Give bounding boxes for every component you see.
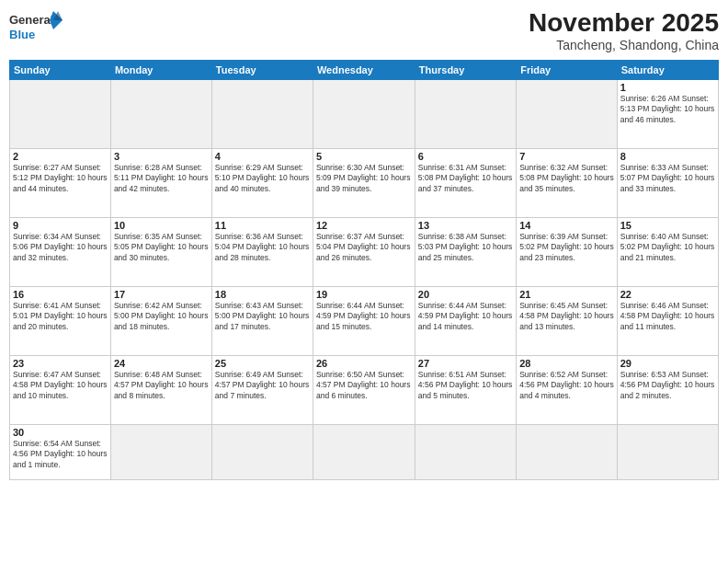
- table-row: [110, 79, 211, 148]
- title-block: November 2025 Tancheng, Shandong, China: [529, 9, 719, 52]
- table-row: [517, 424, 618, 479]
- day-number: 21: [519, 289, 614, 300]
- day-number: 14: [519, 220, 614, 231]
- table-row: 23Sunrise: 6:47 AM Sunset: 4:58 PM Dayli…: [10, 355, 111, 424]
- day-number: 26: [316, 358, 412, 369]
- col-wednesday: Wednesday: [313, 60, 415, 79]
- day-number: 25: [215, 358, 310, 369]
- day-number: 18: [215, 289, 310, 300]
- col-tuesday: Tuesday: [211, 60, 313, 79]
- day-info: Sunrise: 6:45 AM Sunset: 4:58 PM Dayligh…: [519, 301, 614, 332]
- table-row: 18Sunrise: 6:43 AM Sunset: 5:00 PM Dayli…: [211, 286, 313, 355]
- day-info: Sunrise: 6:34 AM Sunset: 5:06 PM Dayligh…: [13, 232, 108, 263]
- table-row: 27Sunrise: 6:51 AM Sunset: 4:56 PM Dayli…: [415, 355, 516, 424]
- table-row: [313, 424, 415, 479]
- table-row: 21Sunrise: 6:45 AM Sunset: 4:58 PM Dayli…: [517, 286, 618, 355]
- day-info: Sunrise: 6:29 AM Sunset: 5:10 PM Dayligh…: [215, 163, 310, 194]
- generalblue-logo-icon: General Blue: [9, 9, 64, 46]
- table-row: 12Sunrise: 6:37 AM Sunset: 5:04 PM Dayli…: [313, 217, 415, 286]
- table-row: [211, 424, 313, 479]
- col-friday: Friday: [517, 60, 618, 79]
- day-info: Sunrise: 6:27 AM Sunset: 5:12 PM Dayligh…: [13, 163, 108, 194]
- table-row: 1Sunrise: 6:26 AM Sunset: 5:13 PM Daylig…: [617, 79, 718, 148]
- table-row: 10Sunrise: 6:35 AM Sunset: 5:05 PM Dayli…: [110, 217, 211, 286]
- svg-text:Blue: Blue: [9, 28, 35, 41]
- table-row: 15Sunrise: 6:40 AM Sunset: 5:02 PM Dayli…: [617, 217, 718, 286]
- day-number: 7: [519, 151, 614, 162]
- table-row: 17Sunrise: 6:42 AM Sunset: 5:00 PM Dayli…: [110, 286, 211, 355]
- table-row: 7Sunrise: 6:32 AM Sunset: 5:08 PM Daylig…: [517, 148, 618, 217]
- day-info: Sunrise: 6:26 AM Sunset: 5:13 PM Dayligh…: [620, 94, 715, 125]
- month-year-title: November 2025: [529, 9, 719, 38]
- day-info: Sunrise: 6:47 AM Sunset: 4:58 PM Dayligh…: [13, 370, 108, 401]
- day-info: Sunrise: 6:48 AM Sunset: 4:57 PM Dayligh…: [114, 370, 209, 401]
- day-info: Sunrise: 6:41 AM Sunset: 5:01 PM Dayligh…: [13, 301, 108, 332]
- calendar-header-row: Sunday Monday Tuesday Wednesday Thursday…: [10, 60, 719, 79]
- logo: General Blue: [9, 9, 64, 46]
- day-info: Sunrise: 6:37 AM Sunset: 5:04 PM Dayligh…: [316, 232, 412, 263]
- table-row: [617, 424, 718, 479]
- table-row: [10, 79, 111, 148]
- day-info: Sunrise: 6:36 AM Sunset: 5:04 PM Dayligh…: [215, 232, 310, 263]
- table-row: 19Sunrise: 6:44 AM Sunset: 4:59 PM Dayli…: [313, 286, 415, 355]
- day-number: 16: [13, 289, 108, 300]
- day-info: Sunrise: 6:33 AM Sunset: 5:07 PM Dayligh…: [620, 163, 715, 194]
- table-row: 20Sunrise: 6:44 AM Sunset: 4:59 PM Dayli…: [415, 286, 516, 355]
- day-info: Sunrise: 6:44 AM Sunset: 4:59 PM Dayligh…: [418, 301, 513, 332]
- day-info: Sunrise: 6:49 AM Sunset: 4:57 PM Dayligh…: [215, 370, 310, 401]
- table-row: [517, 79, 618, 148]
- day-info: Sunrise: 6:32 AM Sunset: 5:08 PM Dayligh…: [519, 163, 614, 194]
- table-row: [415, 79, 516, 148]
- col-monday: Monday: [110, 60, 211, 79]
- col-thursday: Thursday: [415, 60, 516, 79]
- day-number: 23: [13, 358, 108, 369]
- table-row: 13Sunrise: 6:38 AM Sunset: 5:03 PM Dayli…: [415, 217, 516, 286]
- day-info: Sunrise: 6:39 AM Sunset: 5:02 PM Dayligh…: [519, 232, 614, 263]
- table-row: [110, 424, 211, 479]
- day-info: Sunrise: 6:46 AM Sunset: 4:58 PM Dayligh…: [620, 301, 715, 332]
- day-info: Sunrise: 6:42 AM Sunset: 5:00 PM Dayligh…: [114, 301, 209, 332]
- day-number: 12: [316, 220, 412, 231]
- table-row: 24Sunrise: 6:48 AM Sunset: 4:57 PM Dayli…: [110, 355, 211, 424]
- table-row: 26Sunrise: 6:50 AM Sunset: 4:57 PM Dayli…: [313, 355, 415, 424]
- day-number: 11: [215, 220, 310, 231]
- table-row: [415, 424, 516, 479]
- table-row: 2Sunrise: 6:27 AM Sunset: 5:12 PM Daylig…: [10, 148, 111, 217]
- header: General Blue November 2025 Tancheng, Sha…: [9, 9, 719, 52]
- table-row: [313, 79, 415, 148]
- table-row: [211, 79, 313, 148]
- page: General Blue November 2025 Tancheng, Sha…: [0, 0, 728, 563]
- day-number: 17: [114, 289, 209, 300]
- svg-text:General: General: [9, 13, 53, 27]
- table-row: 28Sunrise: 6:52 AM Sunset: 4:56 PM Dayli…: [517, 355, 618, 424]
- day-info: Sunrise: 6:31 AM Sunset: 5:08 PM Dayligh…: [418, 163, 513, 194]
- day-number: 1: [620, 82, 715, 93]
- day-info: Sunrise: 6:51 AM Sunset: 4:56 PM Dayligh…: [418, 370, 513, 401]
- table-row: 9Sunrise: 6:34 AM Sunset: 5:06 PM Daylig…: [10, 217, 111, 286]
- day-number: 28: [519, 358, 614, 369]
- calendar-table: Sunday Monday Tuesday Wednesday Thursday…: [9, 60, 719, 480]
- day-info: Sunrise: 6:43 AM Sunset: 5:00 PM Dayligh…: [215, 301, 310, 332]
- day-number: 9: [13, 220, 108, 231]
- table-row: 6Sunrise: 6:31 AM Sunset: 5:08 PM Daylig…: [415, 148, 516, 217]
- col-sunday: Sunday: [10, 60, 111, 79]
- day-number: 29: [620, 358, 715, 369]
- day-info: Sunrise: 6:54 AM Sunset: 4:56 PM Dayligh…: [13, 439, 108, 470]
- day-info: Sunrise: 6:28 AM Sunset: 5:11 PM Dayligh…: [114, 163, 209, 194]
- col-saturday: Saturday: [617, 60, 718, 79]
- day-number: 27: [418, 358, 513, 369]
- table-row: 25Sunrise: 6:49 AM Sunset: 4:57 PM Dayli…: [211, 355, 313, 424]
- day-info: Sunrise: 6:50 AM Sunset: 4:57 PM Dayligh…: [316, 370, 412, 401]
- table-row: 16Sunrise: 6:41 AM Sunset: 5:01 PM Dayli…: [10, 286, 111, 355]
- table-row: 8Sunrise: 6:33 AM Sunset: 5:07 PM Daylig…: [617, 148, 718, 217]
- day-number: 10: [114, 220, 209, 231]
- day-number: 6: [418, 151, 513, 162]
- day-info: Sunrise: 6:35 AM Sunset: 5:05 PM Dayligh…: [114, 232, 209, 263]
- day-info: Sunrise: 6:52 AM Sunset: 4:56 PM Dayligh…: [519, 370, 614, 401]
- day-number: 3: [114, 151, 209, 162]
- day-number: 24: [114, 358, 209, 369]
- table-row: 14Sunrise: 6:39 AM Sunset: 5:02 PM Dayli…: [517, 217, 618, 286]
- table-row: 5Sunrise: 6:30 AM Sunset: 5:09 PM Daylig…: [313, 148, 415, 217]
- table-row: 29Sunrise: 6:53 AM Sunset: 4:56 PM Dayli…: [617, 355, 718, 424]
- table-row: 22Sunrise: 6:46 AM Sunset: 4:58 PM Dayli…: [617, 286, 718, 355]
